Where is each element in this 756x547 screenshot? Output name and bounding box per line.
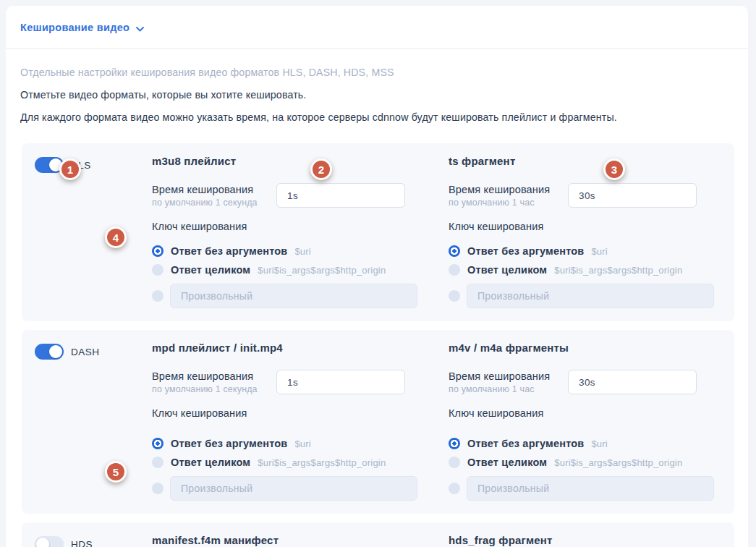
hds-toggle-label: HDS [71, 536, 93, 547]
hds-fragment-heading: hds_frag фрагмент [449, 534, 721, 546]
hds-manifest-column: manifest.f4m манифест [152, 534, 449, 547]
annotation-badge-1: 1 [59, 158, 81, 180]
time-label: Время кеширования [152, 370, 276, 382]
dash-fragment-heading: m4v / m4a фрагменты [449, 342, 721, 354]
intro-line-time: Для каждого формата видео можно указать … [20, 111, 734, 124]
cache-key-option-full[interactable]: Ответ целиком $uri$is_args$args$http_ori… [152, 260, 449, 279]
radio-full[interactable] [449, 457, 460, 468]
hds-fragment-column: hds_frag фрагмент [449, 534, 721, 547]
radio-no-args[interactable] [152, 438, 163, 449]
radio-custom[interactable] [152, 483, 163, 494]
dash-playlist-column: mpd плейлист / init.mp4 Время кешировани… [152, 342, 449, 501]
cache-key-option-custom [449, 476, 721, 501]
time-hint: по умолчанию 1 секунда [152, 384, 276, 394]
hds-toggle[interactable] [35, 536, 64, 547]
cache-key-option-full[interactable]: Ответ целиком $uri$is_args$args$http_ori… [449, 453, 721, 472]
hls-fragment-column: ts фрагмент Время кеширования по умолчан… [449, 155, 721, 308]
dash-fragment-column: m4v / m4a фрагменты Время кеширования по… [449, 342, 721, 501]
hls-fragment-heading: ts фрагмент [449, 155, 721, 167]
time-label: Время кеширования [152, 184, 276, 195]
cache-key-option-custom [152, 284, 449, 308]
toggle-knob [49, 345, 62, 358]
cache-key-option-no-args[interactable]: Ответ без аргументов $uri [449, 434, 721, 453]
dash-toggle-column: DASH [35, 342, 152, 501]
panel-title: Кеширование видео [20, 22, 129, 33]
custom-key-input[interactable] [467, 476, 714, 501]
hds-section: HDS manifest.f4m манифест hds_frag фрагм… [22, 522, 734, 547]
intro-line-select: Отметьте видео форматы, которые вы хотит… [20, 88, 734, 101]
annotation-badge-5: 5 [105, 461, 127, 483]
cache-key-label: Ключ кеширования [449, 221, 721, 232]
cache-key-option-no-args[interactable]: Ответ без аргументов $uri [152, 434, 449, 453]
hls-playlist-time-input[interactable] [276, 183, 405, 208]
radio-no-args[interactable] [152, 245, 163, 257]
custom-key-input[interactable] [170, 476, 417, 501]
hls-fragment-time-input[interactable] [568, 183, 697, 208]
radio-full[interactable] [152, 457, 163, 468]
time-label: Время кеширования [449, 184, 568, 195]
section-collapse-toggle[interactable]: Кеширование видео [20, 21, 144, 34]
radio-custom[interactable] [449, 483, 460, 494]
chevron-down-icon [136, 22, 144, 34]
cache-key-label: Ключ кеширования [152, 221, 449, 232]
time-hint: по умолчанию 1 секунда [152, 198, 276, 208]
annotation-badge-2: 2 [310, 158, 332, 180]
dash-playlist-heading: mpd плейлист / init.mp4 [152, 342, 449, 354]
dash-fragment-time-input[interactable] [568, 370, 697, 394]
radio-no-args[interactable] [449, 438, 460, 449]
cache-key-label: Ключ кеширования [449, 407, 721, 419]
time-hint: по умолчанию 1 час [449, 384, 568, 394]
hls-playlist-column: m3u8 плейлист Время кеширования по умолч… [152, 155, 449, 308]
radio-custom[interactable] [449, 290, 460, 302]
hds-manifest-heading: manifest.f4m манифест [152, 534, 449, 546]
custom-key-input[interactable] [467, 284, 714, 308]
hls-playlist-heading: m3u8 плейлист [152, 155, 449, 167]
dash-toggle-label: DASH [71, 344, 100, 357]
cache-key-option-no-args[interactable]: Ответ без аргументов $uri [449, 242, 721, 260]
custom-key-input[interactable] [170, 284, 417, 308]
toggle-knob [36, 538, 49, 547]
cache-key-option-custom [449, 284, 721, 308]
annotation-badge-4: 4 [105, 226, 127, 248]
time-hint: по умолчанию 1 час [449, 198, 568, 208]
radio-full[interactable] [449, 264, 460, 276]
panel-header: Кеширование видео [6, 6, 748, 49]
hls-section: HLS m3u8 плейлист Время кеширования по у… [22, 143, 734, 321]
hds-toggle-column: HDS [35, 534, 152, 547]
intro-text: Отдельные настройки кеширования видео фо… [6, 49, 748, 143]
annotation-badge-3: 3 [603, 158, 625, 180]
cache-key-label: Ключ кеширования [152, 407, 449, 419]
cache-key-option-no-args[interactable]: Ответ без аргументов $uri [152, 242, 449, 260]
radio-custom[interactable] [152, 290, 163, 302]
cache-key-option-full[interactable]: Ответ целиком $uri$is_args$args$http_ori… [449, 260, 721, 279]
dash-section: DASH mpd плейлист / init.mp4 Время кешир… [22, 330, 734, 514]
radio-full[interactable] [152, 264, 163, 276]
time-label: Время кеширования [449, 370, 568, 382]
cache-key-option-custom [152, 476, 449, 501]
intro-line-formats: Отдельные настройки кеширования видео фо… [20, 66, 734, 79]
dash-toggle[interactable] [35, 344, 64, 360]
hls-toggle-column: HLS [35, 155, 152, 308]
dash-playlist-time-input[interactable] [276, 370, 405, 394]
radio-no-args[interactable] [449, 245, 460, 257]
cache-key-option-full[interactable]: Ответ целиком $uri$is_args$args$http_ori… [152, 453, 449, 472]
